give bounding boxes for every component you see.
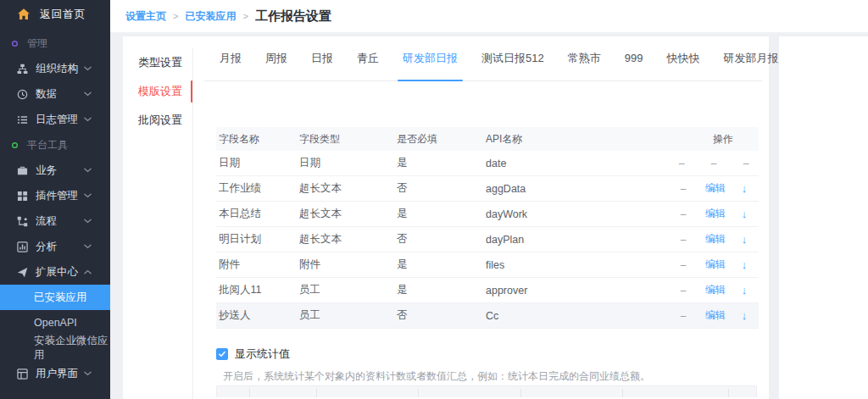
chevron-down-icon: [84, 193, 92, 198]
settings-card: 类型设置模版设置批阅设置 月报周报日报青丘研发部日报测试日报512常熟市999快…: [123, 36, 769, 399]
field-type: 日期: [297, 156, 394, 170]
back-to-home-label: 返回首页: [40, 7, 86, 22]
submenu-divider: [192, 48, 193, 399]
field-api-name: aggData: [483, 183, 665, 195]
move-down-button[interactable]: ↓: [732, 182, 757, 195]
tab-kuaikuaikuai[interactable]: 快快快: [654, 36, 711, 80]
table-row: 日期日期是date–––: [216, 151, 759, 176]
sidebar-item-analysis[interactable]: 分析: [0, 234, 110, 259]
tab-changshu[interactable]: 常熟市: [556, 36, 613, 80]
sidebar-item-label: 日志管理: [36, 113, 78, 127]
row-operations: –编辑↓: [665, 258, 759, 272]
chevron-down-icon: [84, 371, 92, 376]
field-name: 本日总结: [216, 207, 297, 221]
field-api-name: files: [483, 259, 665, 271]
chevron-down-icon: [84, 219, 92, 224]
field-required: 是: [394, 258, 483, 272]
op-placeholder: –: [667, 234, 699, 246]
field-name: 抄送人: [216, 308, 297, 323]
sidebar-item-label: 用户界面: [36, 367, 78, 381]
edit-button[interactable]: 编辑: [699, 232, 732, 247]
sidebar-item-plugin-management[interactable]: 插件管理: [0, 183, 110, 208]
tab-rd-daily[interactable]: 研发部日报: [391, 36, 470, 80]
show-stats-checkbox[interactable]: [216, 348, 228, 360]
tab-999[interactable]: 999: [613, 36, 655, 80]
sidebar-item-label: 流程: [36, 214, 57, 229]
field-name: 工作业绩: [216, 181, 297, 196]
edit-button[interactable]: 编辑: [699, 308, 732, 323]
sidebar-item-label: 数据: [36, 87, 57, 102]
sidebar-item-log-management[interactable]: 日志管理: [0, 107, 110, 132]
edit-button[interactable]: 编辑: [699, 258, 732, 272]
sidebar-item-user-interface[interactable]: 用户界面: [0, 361, 110, 386]
op-placeholder: –: [667, 183, 699, 195]
submenu-item-template-settings[interactable]: 模版设置: [123, 77, 192, 106]
sidebar-section-management: 管理: [0, 30, 110, 56]
org-structure-icon: [17, 64, 28, 75]
chevron-down-icon: [84, 91, 92, 97]
sidebar-section-label: 管理: [27, 36, 47, 51]
sidebar-section-label: 平台工具: [27, 138, 68, 152]
sidebar-item-openapi[interactable]: OpenAPI: [0, 310, 110, 335]
move-down-button[interactable]: ↓: [732, 258, 757, 271]
op-placeholder: –: [667, 259, 699, 271]
fields-table: 字段名称字段类型是否必填API名称操作日期日期是date–––工作业绩超长文本否…: [216, 127, 759, 329]
flow-icon: [17, 216, 28, 227]
list-icon: [17, 114, 28, 125]
sidebar-section-platform-tools: 平台工具: [0, 132, 110, 158]
field-required: 否: [394, 232, 483, 247]
window-icon: [17, 369, 28, 380]
op-placeholder: –: [667, 285, 699, 296]
sidebar-item-org-structure[interactable]: 组织结构: [0, 56, 110, 81]
field-required: 是: [394, 156, 483, 170]
sidebar-item-label: 已安装应用: [34, 291, 87, 305]
submenu-item-type-settings[interactable]: 类型设置: [123, 48, 192, 77]
sidebar-item-data[interactable]: 数据: [0, 81, 110, 107]
sidebar-item-install-wecom-app[interactable]: 安装企业微信应用: [0, 335, 110, 361]
row-operations: –编辑↓: [665, 308, 759, 323]
topbar: 设置主页>已安装应用>工作报告设置: [110, 0, 868, 32]
work-report-settings-page: { "colors": { "sidebar_bg": "#272c39", "…: [0, 0, 868, 399]
move-down-button[interactable]: ↓: [732, 309, 757, 322]
sidebar: 返回首页 管理组织结构数据日志管理平台工具业务插件管理流程分析扩展中心已安装应用…: [0, 0, 110, 399]
sidebar-item-label: 安装企业微信应用: [34, 334, 110, 363]
show-stats-label: 显示统计值: [235, 346, 290, 362]
chevron-up-icon: [84, 269, 92, 274]
breadcrumb-separator: >: [173, 11, 178, 21]
edit-button[interactable]: 编辑: [699, 283, 732, 297]
page-title: 工作报告设置: [255, 8, 331, 25]
sidebar-item-expansion-center[interactable]: 扩展中心: [0, 259, 110, 285]
field-type: 员工: [297, 283, 394, 297]
tab-monthly[interactable]: 月报: [208, 36, 253, 80]
move-down-button[interactable]: ↓: [732, 208, 757, 220]
move-down-button[interactable]: ↓: [732, 233, 757, 246]
breadcrumb-link[interactable]: 设置主页: [125, 9, 166, 24]
home-icon: [17, 8, 31, 21]
edit-button[interactable]: 编辑: [699, 207, 732, 221]
table-row: 本日总结超长文本是dayWork–编辑↓: [216, 202, 759, 227]
table-row: 批阅人11员工是approver–编辑↓: [216, 278, 759, 303]
field-api-name: approver: [483, 285, 665, 296]
report-type-tabs: 月报周报日报青丘研发部日报测试日报512常熟市999快快快研发部月报研发部周报: [204, 36, 762, 81]
submenu-item-review-settings[interactable]: 批阅设置: [123, 106, 192, 135]
field-required: 否: [394, 308, 483, 323]
sidebar-item-process[interactable]: 流程: [0, 208, 110, 234]
table-row: 工作业绩超长文本否aggData–编辑↓: [216, 176, 759, 202]
move-down-button[interactable]: ↓: [732, 284, 757, 296]
sidebar-item-installed-apps[interactable]: 已安装应用: [0, 285, 110, 310]
table-row: 明日计划超长文本否dayPlan–编辑↓: [216, 227, 759, 252]
back-to-home-button[interactable]: 返回首页: [0, 0, 110, 29]
partial-column-divider: [418, 389, 419, 397]
sidebar-item-business[interactable]: 业务: [0, 158, 110, 183]
tab-qingqiu[interactable]: 青丘: [345, 36, 391, 80]
tab-test-daily-512[interactable]: 测试日报512: [470, 36, 556, 80]
chevron-down-icon: [84, 66, 92, 71]
breadcrumb-link[interactable]: 已安装应用: [185, 9, 236, 24]
tab-weekly[interactable]: 周报: [253, 36, 299, 80]
field-required: 是: [394, 207, 483, 221]
edit-button[interactable]: 编辑: [699, 181, 732, 196]
field-api-name: dayPlan: [483, 234, 665, 246]
settings-submenu: 类型设置模版设置批阅设置: [123, 48, 192, 135]
tab-daily[interactable]: 日报: [299, 36, 345, 80]
table-row: 附件附件是files–编辑↓: [216, 252, 759, 278]
